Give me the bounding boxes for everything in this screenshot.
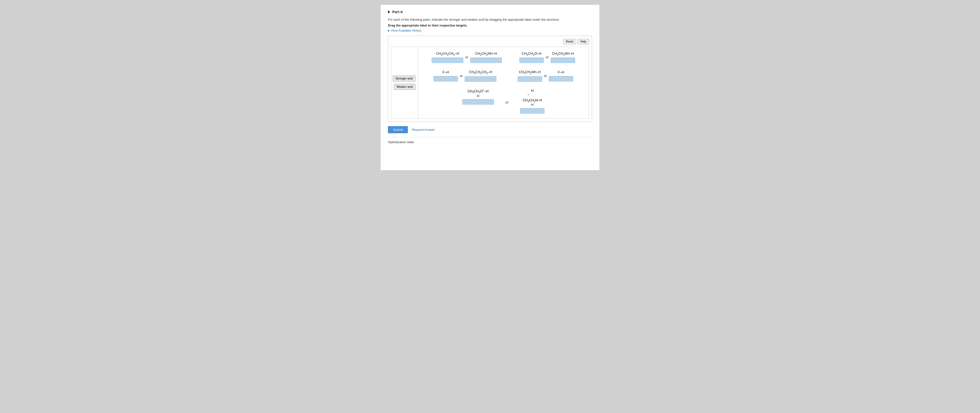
pair5-right: H + CH3CH2N–H H [520, 88, 544, 113]
pair5-right-drop[interactable] [520, 108, 544, 113]
or-connector-2: or [546, 55, 549, 59]
top-bar: Reset Help [391, 39, 589, 44]
row3: CH3CH2O+–H H or H + CH3CH2N–H [423, 88, 584, 113]
pair1-left-drop[interactable] [432, 57, 463, 63]
hint-link[interactable]: View Available Hint(s) [388, 29, 592, 32]
request-answer-link[interactable]: Request Answer [412, 128, 435, 131]
or-connector-5: or [506, 98, 509, 104]
pair1-right-drop[interactable] [470, 57, 502, 63]
labels-column: Stronger acid Weaker acid [391, 47, 418, 119]
hint-text: View Available Hint(s) [391, 29, 421, 32]
pair4-left-formula: CH3CH2NH–H [519, 70, 541, 75]
pair2-right-formula: CH3CH2NH–H [552, 51, 574, 57]
pair1: CH3CH2CH2–H or CH3CH2NH–H [432, 51, 502, 63]
or-connector-3: or [460, 74, 463, 78]
pair3-left-formula: F–H [442, 70, 449, 75]
pairs-area: CH3CH2CH2–H or CH3CH2NH–H [418, 47, 589, 119]
pair5-left-formula: CH3CH2O+–H H [468, 88, 488, 98]
collapse-icon[interactable] [388, 10, 390, 13]
or-connector-4: or [544, 74, 547, 78]
pair4-left: CH3CH2NH–H [518, 70, 542, 82]
bottom-section-title: Hybridization state [388, 140, 414, 144]
pair4-right-formula: F–H [558, 70, 564, 75]
pair1-left: CH3CH2CH2–H [432, 51, 463, 63]
or-connector-1: or [465, 55, 468, 59]
row2: F–H or CH3CH2CH2–H [423, 70, 584, 82]
pair3-right-drop[interactable] [465, 77, 496, 82]
bottom-section: Hybridization state [388, 137, 592, 144]
part-header: Part A [388, 10, 592, 14]
instructions-bold: Drag the appropriate label to their resp… [388, 24, 592, 27]
pair1-right: CH3CH2NH–H [470, 51, 502, 63]
pair3: F–H or CH3CH2CH2–H [434, 70, 496, 82]
row-wrapper: CH3CH2CH2–H or CH3CH2NH–H [423, 51, 584, 114]
pair2-right-drop[interactable] [551, 57, 575, 63]
submit-area: Submit Request Answer [388, 126, 592, 133]
pair3-left: F–H [434, 70, 458, 81]
pair5-right-formula: H + CH3CH2N–H H [523, 88, 542, 107]
pair4-right-drop[interactable] [549, 76, 573, 81]
pair3-right: CH3CH2CH2–H [465, 70, 496, 82]
part-title: Part A [392, 10, 403, 14]
content-area: Stronger acid Weaker acid CH3CH2 [391, 47, 589, 119]
pair1-left-formula: CH3CH2CH2–H [436, 51, 459, 57]
pair4-right: F–H [549, 70, 573, 81]
weaker-acid-label[interactable]: Weaker acid [394, 84, 415, 90]
submit-button[interactable]: Submit [388, 126, 408, 133]
pair4: CH3CH2NH–H or F–H [518, 70, 573, 82]
pair5-left: CH3CH2O+–H H [462, 88, 494, 113]
reset-button[interactable]: Reset [563, 39, 576, 44]
instructions-text: For each of the following pairs, indicat… [388, 17, 592, 22]
help-button[interactable]: Help [578, 39, 589, 44]
pair4-left-drop[interactable] [518, 77, 542, 82]
pair5-left-drop[interactable] [462, 99, 494, 105]
pair2-left-drop[interactable] [519, 57, 544, 63]
page-container: Part A For each of the following pairs, … [380, 5, 599, 170]
stronger-acid-label[interactable]: Stronger acid [393, 76, 415, 81]
pair3-right-formula: CH3CH2CH2–H [469, 70, 492, 75]
pair2-right: CH3CH2NH–H [551, 51, 575, 63]
pair1-right-formula: CH3CH2NH–H [475, 51, 497, 57]
row1: CH3CH2CH2–H or CH3CH2NH–H [423, 51, 584, 63]
pair2: CH3CH2O–H or CH3CH2NH–H [519, 51, 575, 63]
main-box: Reset Help Stronger acid Weaker acid [388, 36, 592, 122]
pair3-left-drop[interactable] [434, 76, 458, 81]
pair2-left: CH3CH2O–H [519, 51, 544, 63]
pair2-left-formula: CH3CH2O–H [522, 51, 541, 57]
